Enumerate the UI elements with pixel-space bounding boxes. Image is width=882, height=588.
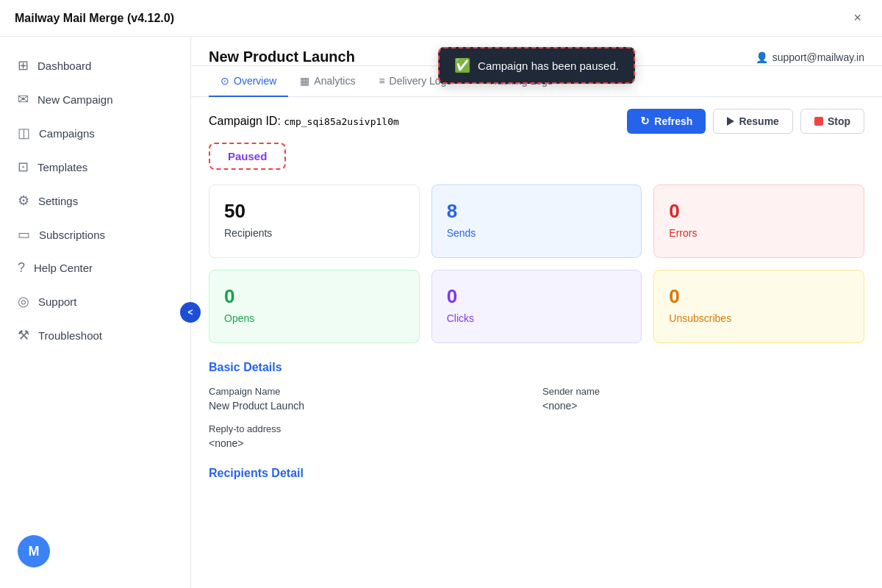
avatar: M [18,535,50,567]
stop-button[interactable]: Stop [800,109,864,134]
stat-card-clicks: 0 Clicks [431,270,642,343]
stat-card-recipients: 50 Recipients [209,184,420,258]
play-icon [727,117,734,126]
dashboard-icon: ⊞ [18,57,29,74]
detail-label-sender-name: Sender name [542,386,864,397]
app-title: Mailway Mail Merge (v4.12.0) [15,12,174,25]
sidebar-item-label: Settings [38,195,78,207]
stop-label: Stop [828,115,850,127]
analytics-tab-icon: ▦ [300,75,309,87]
user-info: 👤 support@mailway.in [756,51,864,63]
sidebar-item-label: Subscriptions [39,229,105,241]
paused-badge: Paused [209,143,286,170]
page-title: New Product Launch [209,49,355,65]
resume-button[interactable]: Resume [713,109,792,134]
sidebar-bottom: M [0,526,190,576]
sidebar-item-label: Support [38,295,77,308]
refresh-label: Refresh [654,115,692,127]
sidebar-item-templates[interactable]: ⊡ Templates [0,150,190,184]
troubleshoot-icon: ⚒ [18,327,29,343]
stat-label-opens: Opens [224,312,404,324]
sidebar-item-troubleshoot[interactable]: ⚒ Troubleshoot [0,318,190,352]
recipients-detail-section: Recipients Detail [191,461,882,503]
sidebar-item-help-center[interactable]: ? Help Center [0,251,190,284]
toast-message: Campaign has been paused. [478,60,619,72]
sidebar: ⊞ Dashboard ✉ New Campaign ◫ Campaigns ⊡… [0,37,191,588]
sidebar-item-label: Dashboard [37,60,91,72]
stat-number-sends: 8 [447,200,627,223]
detail-value-sender-name: <none> [542,400,864,412]
tab-analytics[interactable]: ▦ Analytics [288,66,367,97]
paused-badge-container: Paused [191,140,882,179]
sidebar-item-support[interactable]: ◎ Support [0,284,190,318]
overview-tab-icon: ⊙ [220,75,229,87]
close-button[interactable]: × [847,7,867,29]
stat-card-opens: 0 Opens [209,270,420,343]
stat-label-recipients: Recipients [224,227,404,239]
sidebar-item-label: Templates [37,161,87,173]
help-icon: ? [18,260,25,276]
refresh-icon: ↻ [640,115,650,128]
stat-card-errors: 0 Errors [653,184,864,258]
basic-details-title: Basic Details [209,361,864,374]
support-icon: ◎ [18,293,29,309]
stat-number-unsubscribes: 0 [669,285,849,308]
subscriptions-icon: ▭ [18,226,30,243]
campaign-id-label: Campaign ID: [209,115,281,127]
delivery-logs-tab-icon: ≡ [379,75,384,87]
details-grid: Campaign Name New Product Launch Sender … [209,386,864,449]
templates-icon: ⊡ [18,159,29,175]
stop-icon [814,117,823,126]
sidebar-item-dashboard[interactable]: ⊞ Dashboard [0,49,190,82]
tab-overview-label: Overview [234,75,276,87]
tab-overview[interactable]: ⊙ Overview [209,66,288,97]
campaign-id-value: cmp_sqi85a2usivp1l0m [284,116,399,127]
detail-label-reply-to: Reply-to address [209,423,531,434]
sidebar-item-label: Campaigns [39,127,95,140]
title-bar: Mailway Mail Merge (v4.12.0) × [0,0,882,37]
detail-label-campaign-name: Campaign Name [209,386,531,397]
sidebar-item-label: Help Center [34,262,93,274]
toast-check-icon: ✅ [454,57,470,74]
detail-value-reply-to: <none> [209,437,531,449]
sidebar-item-subscriptions[interactable]: ▭ Subscriptions [0,218,190,251]
action-buttons: ↻ Refresh Resume Stop [627,109,864,134]
sidebar-item-campaigns[interactable]: ◫ Campaigns [0,116,190,150]
campaigns-icon: ◫ [18,125,30,141]
sidebar-item-new-campaign[interactable]: ✉ New Campaign [0,82,190,116]
stat-number-recipients: 50 [224,200,404,223]
detail-campaign-name: Campaign Name New Product Launch [209,386,531,412]
stat-label-sends: Sends [447,227,627,239]
stat-card-unsubscribes: 0 Unsubscribes [653,270,864,343]
sidebar-item-label: Troubleshoot [38,329,102,342]
campaign-bar: Campaign ID: cmp_sqi85a2usivp1l0m ↻ Refr… [191,97,882,140]
resume-label: Resume [739,115,778,127]
new-campaign-icon: ✉ [18,91,29,107]
toast-notification: ✅ Campaign has been paused. [438,47,635,84]
stat-card-sends: 8 Sends [431,184,642,258]
stat-label-clicks: Clicks [447,312,627,324]
stats-grid: 50 Recipients 8 Sends 0 Errors 0 Opens 0… [191,179,882,355]
stat-number-errors: 0 [669,200,849,223]
tab-analytics-label: Analytics [314,75,355,87]
stat-label-unsubscribes: Unsubscribes [669,312,849,324]
basic-details-section: Basic Details Campaign Name New Product … [191,355,882,461]
campaign-id-row: Campaign ID: cmp_sqi85a2usivp1l0m [209,115,399,128]
app-body: ⊞ Dashboard ✉ New Campaign ◫ Campaigns ⊡… [0,37,882,588]
refresh-button[interactable]: ↻ Refresh [627,109,706,134]
user-email: support@mailway.in [772,51,864,63]
sidebar-item-settings[interactable]: ⚙ Settings [0,184,190,218]
stat-number-opens: 0 [224,285,404,308]
user-icon: 👤 [756,51,768,63]
detail-reply-to: Reply-to address <none> [209,423,531,449]
detail-value-campaign-name: New Product Launch [209,400,531,412]
settings-icon: ⚙ [18,193,29,209]
sidebar-collapse-button[interactable]: < [180,302,201,323]
sidebar-item-label: New Campaign [37,93,113,106]
recipients-detail-title: Recipients Detail [209,467,864,480]
stat-label-errors: Errors [669,227,849,239]
stat-number-clicks: 0 [447,285,627,308]
detail-sender-name: Sender name <none> [542,386,864,412]
main-content: ✅ Campaign has been paused. New Product … [191,37,882,588]
